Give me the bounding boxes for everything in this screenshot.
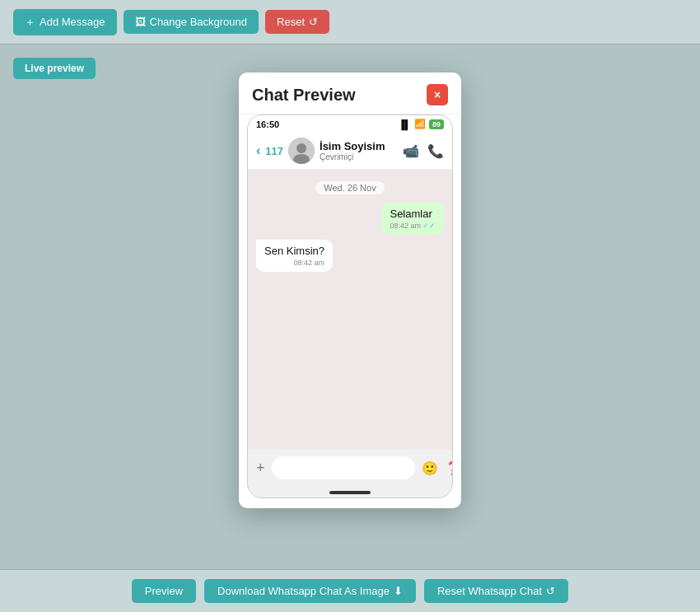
read-receipt-icon: ✓✓: [422, 222, 436, 230]
close-icon: ×: [434, 88, 441, 101]
help-icon[interactable]: ❓: [445, 460, 453, 476]
back-button[interactable]: ‹: [256, 143, 260, 158]
input-icons: 🙂 ❓ 📷 🎤: [422, 460, 453, 476]
plus-icon: ＋: [25, 15, 35, 30]
message-meta: 08:42 am: [293, 259, 324, 267]
date-separator: Wed. 26 Nov: [315, 181, 384, 194]
video-call-icon[interactable]: 📹: [403, 143, 419, 159]
avatar: [288, 138, 315, 164]
contact-count: 117: [265, 145, 283, 157]
reset-button[interactable]: Reset ↺: [265, 10, 329, 34]
refresh-icon: ↺: [546, 585, 555, 597]
preview-button[interactable]: Preview: [132, 579, 196, 603]
download-icon: ⬇: [394, 585, 403, 597]
message-input[interactable]: [272, 456, 415, 479]
add-message-button[interactable]: ＋ Add Message: [13, 9, 117, 35]
signal-icon: ▐▌: [398, 119, 411, 129]
attach-button[interactable]: +: [256, 460, 265, 477]
main-area: Live preview Chat Preview × 16:50 ▐▌ 📶: [0, 44, 700, 569]
modal-close-button[interactable]: ×: [427, 84, 448, 105]
reset-icon: ↺: [309, 16, 318, 28]
home-bar: [329, 491, 371, 494]
chat-preview-modal: Chat Preview × 16:50 ▐▌ 📶 89: [239, 72, 461, 508]
contact-info: İsim Soyisim Çevrimiçi: [320, 140, 398, 161]
phone-frame: 16:50 ▐▌ 📶 89 ‹ 117: [247, 114, 453, 498]
change-background-button[interactable]: 🖼 Change Background: [124, 10, 259, 34]
modal-header: Chat Preview ×: [239, 72, 461, 114]
live-preview-badge: Live preview: [13, 58, 96, 79]
message-text: Sen Kimsin?: [264, 245, 324, 257]
contact-name: İsim Soyisim: [320, 140, 398, 152]
phone-icon[interactable]: 📞: [427, 143, 444, 159]
top-toolbar: ＋ Add Message 🖼 Change Background Reset …: [0, 0, 700, 44]
download-button[interactable]: Download Whatsapp Chat As Image ⬇: [204, 579, 416, 603]
modal-title: Chat Preview: [252, 86, 356, 105]
battery-badge: 89: [429, 119, 444, 129]
svg-point-1: [296, 143, 306, 153]
svg-point-2: [293, 154, 310, 164]
chat-body: Wed. 26 Nov Selamlar 08:42 am ✓✓ Sen Kim…: [248, 170, 452, 450]
message-meta: 08:42 am ✓✓: [390, 222, 436, 230]
time-display: 16:50: [256, 119, 279, 129]
received-message-1: Sen Kimsin? 08:42 am: [256, 240, 333, 272]
sent-message-1: Selamlar 08:42 am ✓✓: [381, 203, 444, 235]
header-actions: 📹 📞: [403, 143, 444, 159]
chat-header: ‹ 117 İsim Soyisim Çevrimiçi: [248, 133, 452, 170]
bottom-bar: Preview Download Whatsapp Chat As Image …: [0, 569, 700, 612]
status-bar: 16:50 ▐▌ 📶 89: [248, 115, 452, 133]
reset-whatsapp-button[interactable]: Reset Whatsapp Chat ↺: [424, 579, 568, 603]
chat-input-bar: + 🙂 ❓ 📷 🎤: [248, 450, 452, 486]
modal-overlay: Chat Preview × 16:50 ▐▌ 📶 89: [0, 44, 700, 569]
contact-status: Çevrimiçi: [320, 152, 398, 161]
wifi-icon: 📶: [414, 119, 426, 129]
emoji-icon[interactable]: 🙂: [422, 460, 438, 476]
home-indicator: [248, 486, 452, 498]
status-icons: ▐▌ 📶 89: [398, 119, 444, 129]
message-text: Selamlar: [390, 208, 436, 220]
image-icon: 🖼: [135, 16, 146, 28]
